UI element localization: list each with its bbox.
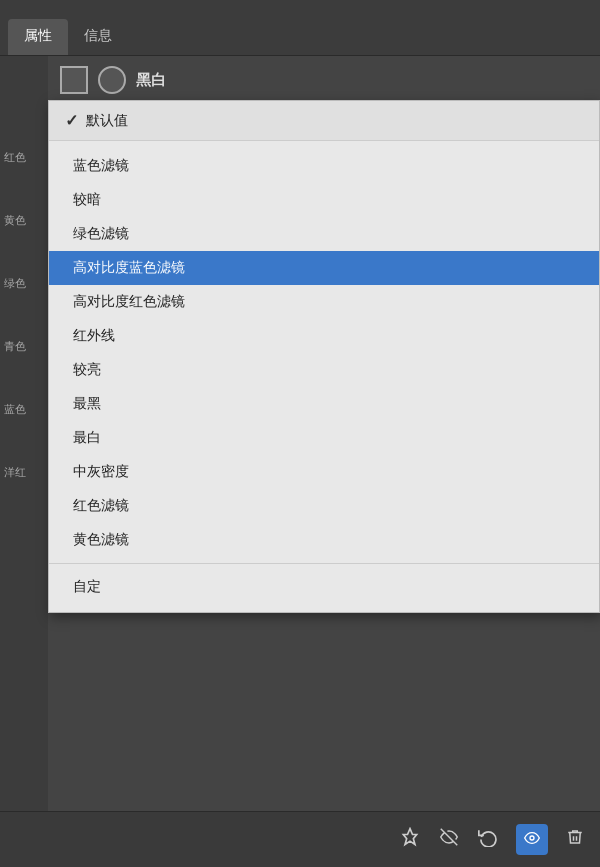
menu-item-yellow-filter[interactable]: 黄色滤镜 [49, 523, 599, 557]
label-blue: 蓝色 [0, 402, 48, 417]
menu-items-list: 蓝色滤镜 较暗 绿色滤镜 高对比度蓝色滤镜 高对比度红色滤镜 红外线 较亮 最黑… [49, 141, 599, 612]
black-white-icon-square [60, 66, 88, 94]
menu-item-red-filter[interactable]: 红色滤镜 [49, 489, 599, 523]
bottom-toolbar [0, 811, 600, 867]
panel-header: 黑白 [48, 56, 600, 105]
checkmark-icon: ✓ [65, 111, 78, 130]
menu-item-custom[interactable]: 自定 [49, 570, 599, 604]
menu-item-darker[interactable]: 较暗 [49, 183, 599, 217]
menu-item-high-contrast-blue[interactable]: 高对比度蓝色滤镜 [49, 251, 599, 285]
preset-label: 默认值 [86, 112, 128, 130]
menu-item-blue-filter[interactable]: 蓝色滤镜 [49, 149, 599, 183]
menu-item-darkest[interactable]: 最黑 [49, 387, 599, 421]
label-green: 绿色 [0, 276, 48, 291]
menu-item-green-filter[interactable]: 绿色滤镜 [49, 217, 599, 251]
menu-item-lightest[interactable]: 最白 [49, 421, 599, 455]
panel-title: 黑白 [136, 71, 166, 90]
menu-item-high-contrast-red[interactable]: 高对比度红色滤镜 [49, 285, 599, 319]
tab-bar: 属性 信息 [0, 0, 600, 56]
tab-info[interactable]: 信息 [68, 19, 128, 55]
label-cyan: 青色 [0, 339, 48, 354]
menu-divider [49, 563, 599, 564]
menu-item-mid-gray[interactable]: 中灰密度 [49, 455, 599, 489]
svg-point-1 [530, 836, 534, 840]
menu-item-lighter[interactable]: 较亮 [49, 353, 599, 387]
eye-closed-icon[interactable] [438, 828, 460, 851]
tab-properties[interactable]: 属性 [8, 19, 68, 55]
label-yellow: 黄色 [0, 213, 48, 228]
menu-item-infrared[interactable]: 红外线 [49, 319, 599, 353]
label-red: 红色 [0, 150, 48, 165]
dropdown-panel: ✓ 默认值 蓝色滤镜 较暗 绿色滤镜 高对比度蓝色滤镜 高对比度红色滤镜 红外线… [48, 100, 600, 613]
eye-active-icon[interactable] [516, 824, 548, 855]
label-magenta: 洋红 [0, 465, 48, 480]
rotate-left-icon[interactable] [478, 827, 498, 852]
preset-header[interactable]: ✓ 默认值 [49, 101, 599, 141]
trash-icon[interactable] [566, 827, 584, 852]
pin-icon[interactable] [400, 827, 420, 852]
left-labels-container: 红色 黄色 绿色 青色 蓝色 洋红 [0, 150, 48, 480]
black-white-icon-circle [98, 66, 126, 94]
